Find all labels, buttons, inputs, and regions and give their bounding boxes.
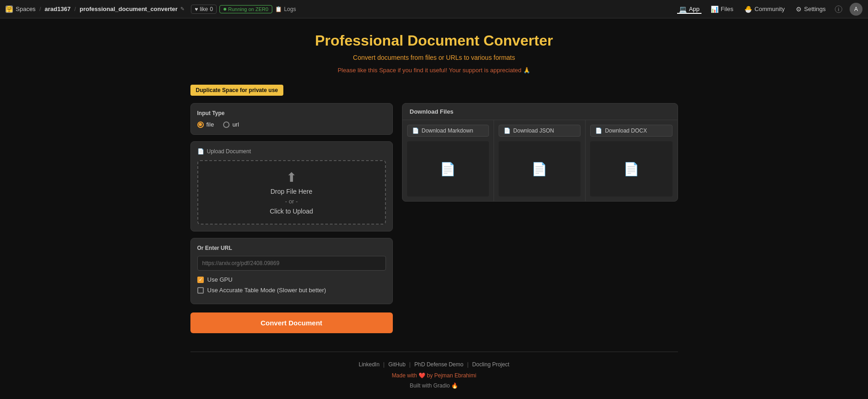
community-icon: 🐣 bbox=[744, 6, 752, 13]
upload-area[interactable]: ⬆ Drop File Here - or - Click to Upload bbox=[197, 160, 386, 225]
click-to-upload-text: Click to Upload bbox=[270, 208, 313, 215]
nav-item-settings[interactable]: ⚙ Settings bbox=[794, 5, 828, 14]
like-label: like bbox=[200, 6, 208, 12]
top-navigation: 🤗 Spaces / arad1367 / professional_docum… bbox=[0, 0, 868, 18]
document-icon: 📄 bbox=[197, 148, 204, 155]
footer: LinkedIn | GitHub | PhD Defense Demo | D… bbox=[190, 352, 678, 389]
upload-or-text: - or - bbox=[285, 198, 298, 205]
use-gpu-label: Use GPU bbox=[207, 276, 233, 283]
duplicate-button[interactable]: Duplicate Space for private use bbox=[190, 85, 284, 96]
avatar[interactable]: A bbox=[850, 3, 862, 16]
download-docx-button[interactable]: 📄 Download DOCX bbox=[590, 125, 673, 137]
file-json-icon: 📄 bbox=[504, 127, 511, 134]
use-gpu-row: ✓ Use GPU bbox=[197, 276, 386, 283]
main-content: Professional Document Converter Convert … bbox=[181, 18, 687, 399]
radio-file-label: file bbox=[207, 121, 214, 128]
info-icon: i bbox=[838, 6, 839, 12]
url-input[interactable] bbox=[197, 256, 386, 271]
left-column: Input Type file url bbox=[190, 103, 393, 333]
nav-item-community[interactable]: 🐣 Community bbox=[742, 5, 787, 14]
like-count: 0 bbox=[210, 6, 213, 12]
download-json-button[interactable]: 📄 Download JSON bbox=[499, 125, 581, 137]
avatar-initial: A bbox=[854, 6, 858, 12]
accurate-mode-row: Use Accurate Table Mode (Slower but bett… bbox=[197, 287, 386, 294]
radio-url-label: url bbox=[232, 121, 239, 128]
nav-separator: / bbox=[39, 6, 41, 12]
json-file-placeholder-icon: 📄 bbox=[531, 162, 547, 177]
sep2: | bbox=[409, 361, 411, 368]
repo-name[interactable]: professional_document_converter bbox=[80, 6, 178, 12]
page-title: Professional Document Converter bbox=[190, 32, 678, 49]
upload-arrow-icon: ⬆ bbox=[286, 170, 297, 185]
two-column-layout: Input Type file url bbox=[190, 103, 678, 333]
url-label: Or Enter URL bbox=[197, 245, 386, 251]
info-button[interactable]: i bbox=[835, 6, 842, 13]
app-icon: 💻 bbox=[679, 6, 687, 13]
accurate-mode-checkbox[interactable] bbox=[197, 287, 204, 294]
docx-file-placeholder-icon: 📄 bbox=[623, 162, 639, 177]
radio-group: file url bbox=[197, 121, 386, 128]
footer-phd-demo[interactable]: PhD Defense Demo bbox=[414, 361, 464, 368]
input-type-panel: Input Type file url bbox=[190, 103, 393, 135]
download-docx-label: Download DOCX bbox=[605, 127, 647, 134]
footer-github[interactable]: GitHub bbox=[388, 361, 405, 368]
drop-text: Drop File Here bbox=[270, 188, 312, 195]
logs-label: Logs bbox=[284, 6, 296, 12]
spaces-label[interactable]: Spaces bbox=[16, 6, 35, 12]
settings-label: Settings bbox=[804, 6, 826, 12]
file-doc-icon: 📄 bbox=[412, 127, 419, 134]
running-badge: Running on ZER0 bbox=[219, 5, 272, 13]
logs-button[interactable]: 📋 Logs bbox=[275, 6, 296, 12]
page-subtitle: Convert documents from files or URLs to … bbox=[190, 54, 678, 61]
download-header: Download Files bbox=[402, 104, 678, 120]
download-markdown-button[interactable]: 📄 Download Markdown bbox=[407, 125, 489, 137]
checkmark-icon: ✓ bbox=[199, 277, 202, 282]
footer-docling[interactable]: Docling Project bbox=[472, 361, 510, 368]
json-file-area: 📄 bbox=[499, 141, 581, 197]
page-support: Please like this Space if you find it us… bbox=[190, 67, 678, 74]
download-markdown-col: 📄 Download Markdown 📄 bbox=[402, 120, 494, 201]
download-docx-col: 📄 Download DOCX 📄 bbox=[586, 120, 677, 201]
markdown-file-placeholder-icon: 📄 bbox=[440, 162, 456, 177]
file-docx-icon: 📄 bbox=[595, 127, 602, 134]
download-json-col: 📄 Download JSON 📄 bbox=[494, 120, 586, 201]
heart-icon: ♥ bbox=[195, 6, 198, 12]
settings-icon: ⚙ bbox=[796, 6, 802, 13]
upload-header-label: Upload Document bbox=[207, 148, 251, 155]
radio-url-circle bbox=[223, 121, 230, 128]
footer-built-with: Built with Gradio 🔥 bbox=[190, 382, 678, 389]
edit-icon[interactable]: ✎ bbox=[180, 6, 184, 12]
radio-file[interactable]: file bbox=[197, 121, 214, 128]
nav-right: 💻 App 📊 Files 🐣 Community ⚙ Settings i A bbox=[677, 3, 862, 16]
running-label: Running on ZER0 bbox=[228, 6, 268, 12]
like-button[interactable]: ♥ like 0 bbox=[191, 5, 217, 14]
footer-made-with: Made with ❤️ by Pejman Ebrahimi bbox=[190, 372, 678, 379]
right-column: Download Files 📄 Download Markdown 📄 bbox=[402, 103, 678, 202]
sep3: | bbox=[467, 361, 468, 368]
footer-links: LinkedIn | GitHub | PhD Defense Demo | D… bbox=[190, 361, 678, 368]
nav-item-app[interactable]: 💻 App bbox=[677, 5, 701, 14]
upload-panel: 📄 Upload Document ⬆ Drop File Here - or … bbox=[190, 141, 393, 231]
radio-url[interactable]: url bbox=[223, 121, 239, 128]
running-dot-icon bbox=[224, 8, 226, 11]
footer-linkedin[interactable]: LinkedIn bbox=[359, 361, 379, 368]
files-label: Files bbox=[721, 6, 733, 12]
logs-icon: 📋 bbox=[275, 6, 282, 12]
radio-file-inner bbox=[199, 123, 202, 126]
use-gpu-checkbox[interactable]: ✓ bbox=[197, 277, 204, 283]
sep1: | bbox=[383, 361, 385, 368]
download-json-label: Download JSON bbox=[513, 127, 554, 134]
upload-header: 📄 Upload Document bbox=[197, 148, 386, 155]
docx-file-area: 📄 bbox=[590, 141, 673, 197]
files-icon: 📊 bbox=[711, 6, 719, 13]
radio-file-circle bbox=[197, 121, 204, 128]
repo-owner[interactable]: arad1367 bbox=[45, 6, 70, 12]
app-label: App bbox=[689, 6, 700, 12]
url-panel: Or Enter URL ✓ Use GPU Use Accurate Tabl… bbox=[190, 238, 393, 304]
nav-slash: / bbox=[74, 6, 76, 12]
convert-button[interactable]: Convert Document bbox=[190, 312, 393, 333]
nav-item-files[interactable]: 📊 Files bbox=[709, 5, 735, 14]
spaces-icon: 🤗 bbox=[6, 6, 13, 13]
download-columns: 📄 Download Markdown 📄 📄 Download JSON bbox=[402, 120, 678, 201]
markdown-file-area: 📄 bbox=[407, 141, 489, 197]
